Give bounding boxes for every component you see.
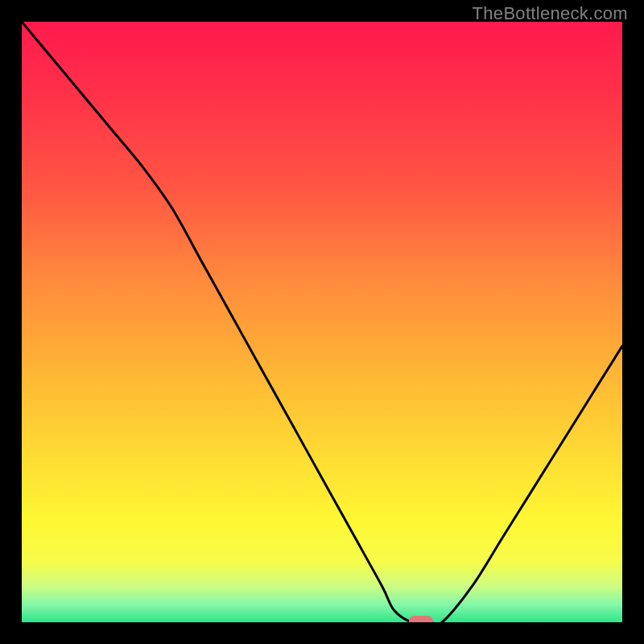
watermark: TheBottleneck.com xyxy=(473,3,628,24)
curve-layer xyxy=(22,22,622,622)
bottleneck-curve xyxy=(22,22,622,622)
chart-container: TheBottleneck.com xyxy=(0,0,644,644)
optimal-marker xyxy=(409,616,433,622)
plot-area xyxy=(22,22,622,622)
